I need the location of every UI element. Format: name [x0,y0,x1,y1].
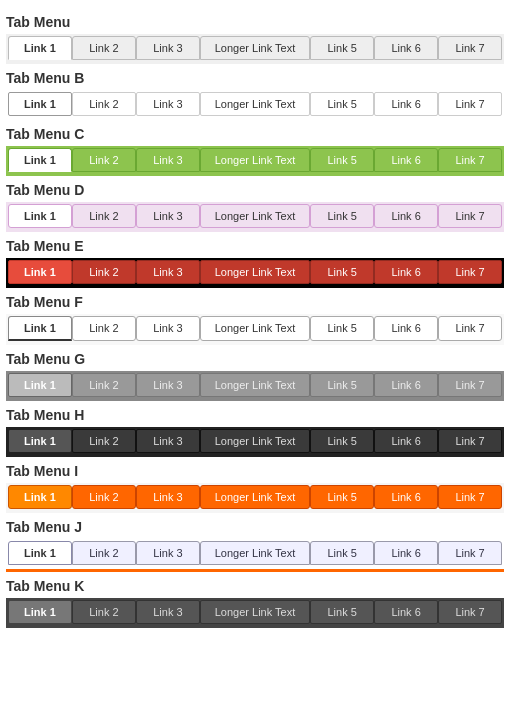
tab-menu-title-c: Tab Menu C [6,126,504,142]
tab-bar-d: Link 1Link 2Link 3Longer Link TextLink 5… [8,204,502,228]
tab-g-item-6[interactable]: Link 7 [438,373,502,397]
tab-g-item-0[interactable]: Link 1 [8,373,72,397]
tab-k-item-2[interactable]: Link 3 [136,600,200,624]
tab-k-item-6[interactable]: Link 7 [438,600,502,624]
tab-b-item-2[interactable]: Link 3 [136,92,200,116]
tab-f-item-5[interactable]: Link 6 [374,316,438,341]
tab-g-item-1[interactable]: Link 2 [72,373,136,397]
tab-bar-c: Link 1Link 2Link 3Longer Link TextLink 5… [8,148,502,172]
tab-h-item-6[interactable]: Link 7 [438,429,502,453]
tab-b-item-0[interactable]: Link 1 [8,92,72,116]
tab-c-item-6[interactable]: Link 7 [438,148,502,172]
tab-g-item-5[interactable]: Link 6 [374,373,438,397]
tab-h-item-4[interactable]: Link 5 [310,429,374,453]
tab-j-item-0[interactable]: Link 1 [8,541,72,565]
tab-menu-title-i: Tab Menu I [6,463,504,479]
tab-d-item-1[interactable]: Link 2 [72,204,136,228]
tab-f-item-1[interactable]: Link 2 [72,316,136,341]
tab-a-item-3[interactable]: Longer Link Text [200,36,310,60]
tab-c-item-5[interactable]: Link 6 [374,148,438,172]
tab-c-item-1[interactable]: Link 2 [72,148,136,172]
tab-h-item-0[interactable]: Link 1 [8,429,72,453]
tab-h-item-1[interactable]: Link 2 [72,429,136,453]
tab-menu-wrapper-h: Link 1Link 2Link 3Longer Link TextLink 5… [6,427,504,457]
tab-a-item-0[interactable]: Link 1 [8,36,72,60]
tab-menu-wrapper-k: Link 1Link 2Link 3Longer Link TextLink 5… [6,598,504,628]
tab-menu-wrapper-b: Link 1Link 2Link 3Longer Link TextLink 5… [6,90,504,120]
tab-c-item-4[interactable]: Link 5 [310,148,374,172]
tab-i-item-6[interactable]: Link 7 [438,485,502,509]
tab-menu-wrapper-f: Link 1Link 2Link 3Longer Link TextLink 5… [6,314,504,345]
tab-a-item-4[interactable]: Link 5 [310,36,374,60]
tab-g-item-2[interactable]: Link 3 [136,373,200,397]
tab-e-item-5[interactable]: Link 6 [374,260,438,284]
tab-d-item-6[interactable]: Link 7 [438,204,502,228]
tab-c-item-3[interactable]: Longer Link Text [200,148,310,172]
tab-bar-a: Link 1Link 2Link 3Longer Link TextLink 5… [8,36,502,60]
tab-i-item-1[interactable]: Link 2 [72,485,136,509]
tab-a-item-6[interactable]: Link 7 [438,36,502,60]
tab-bar-b: Link 1Link 2Link 3Longer Link TextLink 5… [8,92,502,116]
tab-j-item-4[interactable]: Link 5 [310,541,374,565]
tab-i-item-3[interactable]: Longer Link Text [200,485,310,509]
tab-k-item-1[interactable]: Link 2 [72,600,136,624]
tab-menu-title-g: Tab Menu G [6,351,504,367]
tab-menu-title-a: Tab Menu [6,14,504,30]
tab-k-item-3[interactable]: Longer Link Text [200,600,310,624]
tab-f-item-2[interactable]: Link 3 [136,316,200,341]
tab-b-item-4[interactable]: Link 5 [310,92,374,116]
tab-c-item-0[interactable]: Link 1 [8,148,72,172]
tab-i-item-0[interactable]: Link 1 [8,485,72,509]
tab-d-item-0[interactable]: Link 1 [8,204,72,228]
tab-menu-wrapper-e: Link 1Link 2Link 3Longer Link TextLink 5… [6,258,504,288]
tab-menu-title-b: Tab Menu B [6,70,504,86]
tab-h-item-5[interactable]: Link 6 [374,429,438,453]
tab-e-item-2[interactable]: Link 3 [136,260,200,284]
tab-bar-h: Link 1Link 2Link 3Longer Link TextLink 5… [8,429,502,453]
tab-b-item-6[interactable]: Link 7 [438,92,502,116]
tab-menu-wrapper-i: Link 1Link 2Link 3Longer Link TextLink 5… [6,483,504,513]
tab-d-item-3[interactable]: Longer Link Text [200,204,310,228]
tab-e-item-4[interactable]: Link 5 [310,260,374,284]
tab-j-item-6[interactable]: Link 7 [438,541,502,565]
tab-i-item-4[interactable]: Link 5 [310,485,374,509]
tab-j-item-2[interactable]: Link 3 [136,541,200,565]
tab-a-item-1[interactable]: Link 2 [72,36,136,60]
tab-b-item-5[interactable]: Link 6 [374,92,438,116]
tab-e-item-0[interactable]: Link 1 [8,260,72,284]
tab-d-item-4[interactable]: Link 5 [310,204,374,228]
tab-i-item-2[interactable]: Link 3 [136,485,200,509]
tab-k-item-4[interactable]: Link 5 [310,600,374,624]
tab-d-item-5[interactable]: Link 6 [374,204,438,228]
tab-j-item-5[interactable]: Link 6 [374,541,438,565]
tab-h-item-2[interactable]: Link 3 [136,429,200,453]
tab-f-item-4[interactable]: Link 5 [310,316,374,341]
tab-menu-title-j: Tab Menu J [6,519,504,535]
tab-menu-title-f: Tab Menu F [6,294,504,310]
tab-i-item-5[interactable]: Link 6 [374,485,438,509]
tab-c-item-2[interactable]: Link 3 [136,148,200,172]
tab-h-item-3[interactable]: Longer Link Text [200,429,310,453]
tab-e-item-3[interactable]: Longer Link Text [200,260,310,284]
tab-j-item-3[interactable]: Longer Link Text [200,541,310,565]
tab-d-item-2[interactable]: Link 3 [136,204,200,228]
tab-e-item-1[interactable]: Link 2 [72,260,136,284]
tab-a-item-5[interactable]: Link 6 [374,36,438,60]
tab-f-item-6[interactable]: Link 7 [438,316,502,341]
tab-j-item-1[interactable]: Link 2 [72,541,136,565]
tab-bar-g: Link 1Link 2Link 3Longer Link TextLink 5… [8,373,502,397]
tab-f-item-3[interactable]: Longer Link Text [200,316,310,341]
tab-a-item-2[interactable]: Link 3 [136,36,200,60]
tab-k-item-0[interactable]: Link 1 [8,600,72,624]
tab-b-item-1[interactable]: Link 2 [72,92,136,116]
tab-bar-j: Link 1Link 2Link 3Longer Link TextLink 5… [8,541,502,565]
tab-f-item-0[interactable]: Link 1 [8,316,72,341]
tab-e-item-6[interactable]: Link 7 [438,260,502,284]
tab-k-item-5[interactable]: Link 6 [374,600,438,624]
tab-menu-title-e: Tab Menu E [6,238,504,254]
tab-b-item-3[interactable]: Longer Link Text [200,92,310,116]
tab-menu-wrapper-j: Link 1Link 2Link 3Longer Link TextLink 5… [6,539,504,572]
tab-g-item-3[interactable]: Longer Link Text [200,373,310,397]
tab-menu-title-k: Tab Menu K [6,578,504,594]
tab-g-item-4[interactable]: Link 5 [310,373,374,397]
